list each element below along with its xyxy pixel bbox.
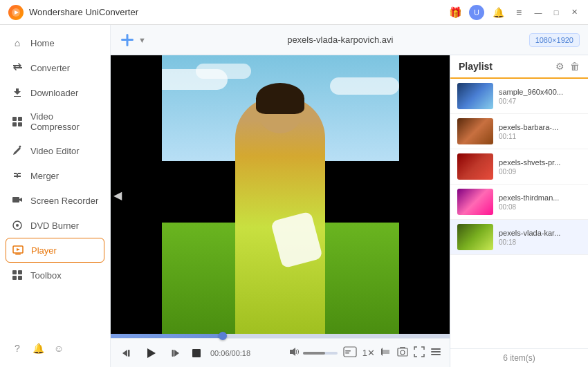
playlist-delete-icon[interactable]: 🗑 [570, 61, 580, 72]
subtitles-icon[interactable] [343, 346, 357, 359]
svg-rect-12 [12, 270, 17, 274]
maximize-button[interactable]: □ [551, 7, 562, 18]
sidebar-item-video-compressor[interactable]: Video Compressor [0, 105, 110, 138]
sidebar-item-merger-label: Merger [30, 171, 59, 181]
playlist-info-5: pexels-vlada-kar... 00:18 [499, 229, 581, 246]
feedback-icon[interactable]: ☺ [53, 342, 65, 355]
svg-rect-22 [172, 350, 174, 357]
svg-rect-25 [344, 347, 356, 357]
prev-video-button[interactable]: ◀ [113, 188, 122, 201]
bell-icon[interactable]: 🔔 [491, 6, 505, 19]
video-section: ◀ [111, 55, 450, 367]
playlist-duration-5: 00:18 [499, 238, 581, 246]
svg-marker-21 [174, 350, 179, 357]
menu-icon[interactable]: ≡ [512, 6, 526, 19]
playlist-name-2: pexels-barbara-... [499, 123, 581, 131]
sidebar-item-converter[interactable]: Converter [0, 55, 110, 80]
playlist-duration-3: 00:09 [499, 168, 581, 176]
playlist-thumb-3 [457, 153, 493, 180]
resolution-badge: 1080×1920 [529, 33, 580, 47]
close-button[interactable]: ✕ [569, 7, 580, 18]
svg-rect-26 [345, 350, 351, 352]
controls-right: 1✕ [289, 346, 441, 359]
playlist-thumb-1 [457, 83, 493, 109]
svg-rect-3 [18, 117, 22, 121]
playlist-items: sample_960x400... 00:47 pexels-barbara-.… [450, 79, 588, 348]
rewind-button[interactable] [119, 345, 136, 361]
sidebar-item-editor-label: Video Editor [30, 146, 80, 156]
playlist-info-4: pexels-thirdman... 00:08 [499, 194, 581, 211]
screenshot-icon[interactable] [397, 346, 408, 359]
user-avatar[interactable]: U [469, 5, 484, 20]
sidebar-item-home-label: Home [30, 38, 55, 48]
sidebar-item-merger[interactable]: Merger [0, 163, 110, 188]
sidebar-item-video-editor[interactable]: Video Editor [0, 138, 110, 163]
sidebar-item-downloader-label: Downloader [30, 88, 78, 98]
audio-tracks-icon[interactable] [380, 346, 392, 359]
notification-icon[interactable]: 🔔 [32, 342, 44, 355]
gift-icon[interactable]: 🎁 [448, 6, 462, 19]
stop-button[interactable] [188, 345, 205, 361]
add-file-button[interactable]: ▼ [119, 32, 146, 48]
home-icon: ⌂ [11, 37, 24, 49]
progress-bar[interactable] [111, 334, 450, 338]
title-bar-controls: 🎁 U 🔔 ≡ — □ ✕ [448, 5, 580, 20]
playlist-item-active[interactable]: pexels-vlada-kar... 00:18 [450, 220, 588, 255]
playlist-name-3: pexels-shvets-pr... [499, 158, 581, 167]
svg-rect-11 [15, 254, 21, 255]
sidebar-item-converter-label: Converter [30, 63, 70, 73]
fullscreen-icon[interactable] [414, 346, 425, 359]
sidebar-item-recorder-label: Screen Recorder [30, 196, 98, 206]
play-button[interactable] [141, 344, 160, 363]
sidebar-item-player[interactable]: Player [6, 238, 104, 263]
sidebar-item-home[interactable]: ⌂ Home [0, 30, 110, 55]
app-logo [8, 5, 24, 20]
forward-frame-button[interactable] [166, 345, 183, 361]
playlist-item[interactable]: sample_960x400... 00:47 [450, 79, 588, 114]
controls-bar: 00:06/00:18 [111, 338, 450, 367]
volume-icon[interactable] [289, 346, 300, 359]
playlist-section: Playlist ⚙ 🗑 sample_960x400... 00:47 [450, 55, 588, 367]
playlist-item[interactable]: pexels-thirdman... 00:08 [450, 185, 588, 220]
svg-rect-5 [18, 122, 22, 126]
svg-rect-23 [192, 349, 201, 357]
playlist-info-1: sample_960x400... 00:47 [499, 88, 581, 105]
volume-slider[interactable] [303, 352, 338, 355]
svg-marker-20 [147, 348, 156, 358]
playlist-item[interactable]: pexels-shvets-pr... 00:09 [450, 149, 588, 185]
video-container: ◀ [111, 55, 450, 334]
minimize-button[interactable]: — [533, 7, 544, 18]
sidebar-item-downloader[interactable]: Downloader [0, 80, 110, 105]
playlist-title: Playlist [459, 61, 493, 72]
svg-rect-2 [12, 117, 17, 121]
playlist-toggle-icon[interactable] [430, 346, 441, 359]
sidebar-item-screen-recorder[interactable]: Screen Recorder [0, 188, 110, 213]
title-bar-left: Wondershare UniConverter [8, 5, 138, 20]
sidebar-item-player-label: Player [31, 245, 57, 256]
svg-rect-19 [128, 350, 130, 357]
player-icon [12, 244, 24, 256]
add-dropdown-arrow[interactable]: ▼ [138, 36, 146, 44]
content-area: ▼ pexels-vlada-karpovich.avi 1080×1920 [111, 25, 588, 367]
speed-icon[interactable]: 1✕ [362, 348, 375, 358]
title-bar: Wondershare UniConverter 🎁 U 🔔 ≡ — □ ✕ [0, 0, 588, 25]
playlist-item[interactable]: pexels-barbara-... 00:11 [450, 114, 588, 149]
playlist-info-3: pexels-shvets-pr... 00:09 [499, 158, 581, 176]
editor-icon [11, 144, 24, 157]
svg-rect-31 [431, 351, 441, 352]
sidebar-item-toolbox[interactable]: Toolbox [0, 263, 110, 288]
svg-marker-18 [122, 350, 127, 357]
playlist-header-icons: ⚙ 🗑 [555, 61, 580, 72]
time-display: 00:06/00:18 [210, 349, 250, 357]
progress-thumb[interactable] [219, 332, 227, 340]
filename-display: pexels-vlada-karpovich.avi [151, 35, 529, 45]
sidebar-item-dvd-burner[interactable]: DVD Burner [0, 213, 110, 238]
item-count: 6 item(s) [503, 353, 535, 363]
help-icon[interactable]: ? [11, 342, 24, 355]
playlist-duration-4: 00:08 [499, 203, 581, 211]
playlist-thumb-4 [457, 189, 493, 215]
playlist-settings-icon[interactable]: ⚙ [555, 61, 564, 72]
main-layout: ⌂ Home Converter Downloader [0, 25, 588, 367]
playlist-thumb-2 [457, 118, 493, 144]
svg-rect-6 [12, 197, 19, 203]
